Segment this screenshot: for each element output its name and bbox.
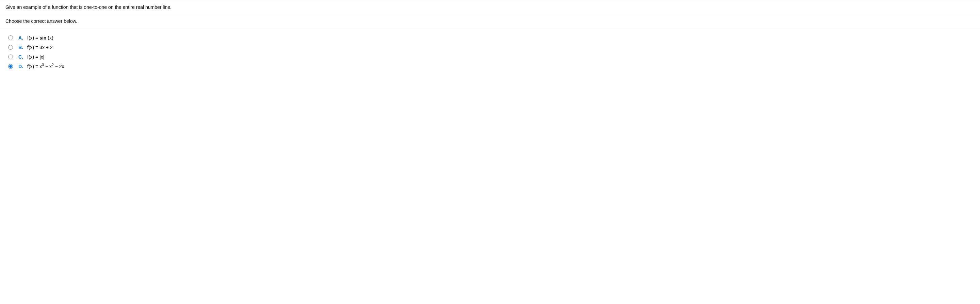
- option-letter-b: B.: [18, 45, 24, 50]
- radio-d[interactable]: [8, 64, 13, 69]
- radio-a[interactable]: [8, 35, 13, 40]
- option-letter-d: D.: [18, 64, 24, 69]
- option-text-b: f(x) = 3x + 2: [27, 45, 53, 50]
- instruction-text: Choose the correct answer below.: [0, 14, 980, 28]
- options-group: A. f(x) = sin (x) B. f(x) = 3x + 2 C. f(…: [0, 28, 980, 80]
- option-text-c: f(x) = |x|: [27, 54, 44, 60]
- option-b[interactable]: B. f(x) = 3x + 2: [8, 45, 972, 50]
- option-letter-c: C.: [18, 54, 24, 60]
- question-prompt: Give an example of a function that is on…: [0, 0, 980, 14]
- radio-c[interactable]: [8, 54, 13, 59]
- option-text-a: f(x) = sin (x): [27, 35, 53, 40]
- question-text: Give an example of a function that is on…: [5, 5, 172, 10]
- option-c[interactable]: C. f(x) = |x|: [8, 54, 972, 60]
- radio-b[interactable]: [8, 45, 13, 50]
- option-text-d: f(x) = x3 − x2 − 2x: [27, 64, 64, 69]
- option-d[interactable]: D. f(x) = x3 − x2 − 2x: [8, 64, 972, 69]
- option-letter-a: A.: [18, 35, 24, 40]
- instruction-label: Choose the correct answer below.: [5, 18, 77, 24]
- option-a[interactable]: A. f(x) = sin (x): [8, 35, 972, 40]
